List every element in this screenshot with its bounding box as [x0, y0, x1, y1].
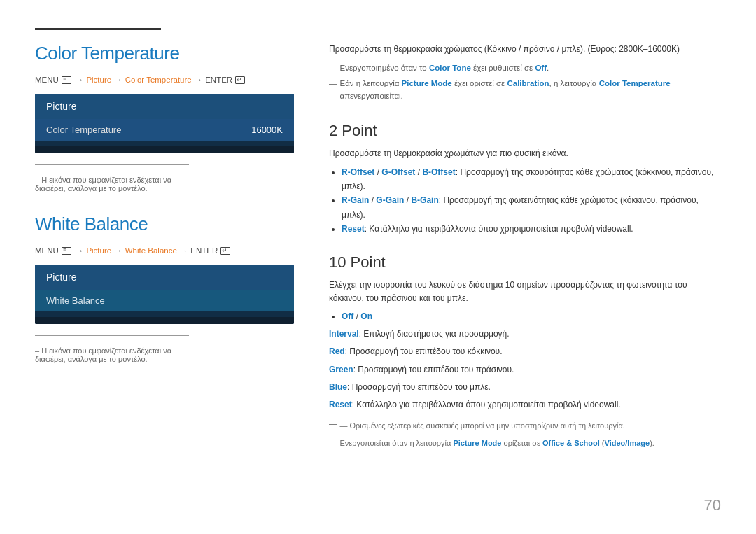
picture-box-header: Picture — [35, 94, 294, 119]
tn1-dash: — — [329, 417, 337, 430]
wb-spacer — [35, 311, 294, 317]
on-link-10pt: On — [360, 311, 372, 321]
interval-link: Interval — [329, 329, 359, 339]
menu-icon — [62, 76, 71, 84]
color-temp-footnote: – Η εικόνα που εμφανίζεται ενδέχεται να … — [35, 171, 175, 192]
arrow3: → — [195, 76, 203, 84]
two-point-bullet1: R-Offset / G-Offset / B-Offset: Προσαρμο… — [342, 165, 721, 194]
wb-row-label: White Balance — [46, 295, 105, 306]
two-point-section: 2 Point Προσαρμόστε τη θερμοκρασία χρωμά… — [329, 122, 721, 236]
off-link: Off — [535, 64, 547, 72]
color-temp-title: Color Temperature — [35, 43, 294, 64]
right-column: Προσαρμόστε τη θερμοκρασία χρώματος (Κόκ… — [315, 43, 721, 513]
left-column: Color Temperature MENU → Picture → Color… — [35, 43, 315, 513]
tn1-text: — Ορισμένες εξωτερικές συσκευές μπορεί ν… — [340, 420, 625, 433]
white-balance-section: White Balance MENU → Picture → White Bal… — [35, 213, 294, 363]
picture-mode-link: Picture Mode — [402, 79, 452, 87]
wb-menu-label: MENU — [35, 246, 59, 255]
rule-light — [167, 29, 721, 29]
top-rule — [35, 28, 721, 30]
wb-arrow3: → — [180, 246, 188, 255]
two-point-bullet2: R-Gain / G-Gain / B-Gain: Προσαρμογή της… — [342, 193, 721, 222]
section-sep-2 — [35, 335, 189, 336]
blue-line: Blue: Προσαρμογή του επιπέδου του μπλε. — [329, 381, 721, 394]
ten-point-list: Off / On — [342, 309, 721, 323]
tn2-text: Ενεργοποιείται όταν η λειτουργία Picture… — [340, 437, 654, 450]
wb-menu-icon — [62, 247, 71, 255]
color-temp-link2: Color Temperature — [599, 79, 671, 87]
wb-enter-label: ENTER — [190, 246, 218, 255]
picture-box-spacer — [35, 141, 294, 146]
white-balance-menu-path: MENU → Picture → White Balance → ENTER — [35, 246, 294, 255]
ten-point-offon: Off / On — [342, 309, 721, 323]
section-sep-1 — [35, 164, 189, 165]
wb-link: White Balance — [125, 246, 177, 255]
color-temp-row-label: Color Temperature — [46, 125, 121, 135]
picture-link: Picture — [86, 76, 111, 84]
b-offset-link: B-Offset — [422, 167, 455, 177]
color-temp-desc: Προσαρμόστε τη θερμοκρασία χρώματος (Κόκ… — [329, 43, 721, 56]
green-line: Green: Προσαρμογή του επιπέδου του πράσι… — [329, 363, 721, 377]
office-school-link: Office & School — [542, 439, 600, 447]
reset-link-2pt: Reset — [342, 224, 365, 234]
note2-dash: — — [329, 77, 337, 90]
color-temp-right-desc: Προσαρμόστε τη θερμοκρασία χρώματος (Κόκ… — [329, 43, 721, 102]
color-temp-picture-box: Picture Color Temperature 16000K — [35, 94, 294, 153]
ten-point-note2: — Ενεργοποιείται όταν η λειτουργία Pictu… — [329, 435, 721, 450]
menu-label: MENU — [35, 76, 59, 84]
ten-point-desc: Ελέγχει την ισορροπία του λευκού σε διάσ… — [329, 279, 721, 305]
note1-dash: — — [329, 62, 337, 74]
green-text: : Προσαρμογή του επιπέδου του πράσινου. — [354, 365, 514, 374]
color-temp-row: Color Temperature 16000K — [35, 119, 294, 141]
reset-link-10pt: Reset — [329, 400, 352, 409]
tn2-dash: — — [329, 435, 337, 447]
white-balance-picture-box: Picture White Balance — [35, 265, 294, 324]
blue-text: : Προσαρμογή του επιπέδου του μπλε. — [347, 382, 491, 392]
reset-text-10pt: : Κατάλληλο για περιβάλλοντα όπου χρησιμ… — [352, 400, 621, 409]
enter-icon — [235, 76, 245, 84]
two-point-bullet3: Reset: Κατάλληλο για περιβάλλοντα όπου χ… — [342, 222, 721, 236]
color-tone-link: Color Tone — [429, 64, 471, 72]
b-gain-link: B-Gain — [411, 195, 438, 205]
green-link: Green — [329, 365, 354, 374]
content-area: Color Temperature MENU → Picture → Color… — [35, 43, 721, 513]
interval-text: : Επιλογή διαστήματος για προσαρμογή. — [359, 329, 510, 339]
color-temp-menu-path: MENU → Picture → Color Temperature → ENT… — [35, 76, 294, 84]
wb-arrow1: → — [76, 246, 84, 255]
r-offset-link: R-Offset — [342, 167, 374, 177]
wb-picture-link: Picture — [86, 246, 111, 255]
color-temp-note2: — Εάν η λειτουργία Picture Mode έχει ορι… — [329, 77, 721, 103]
arrow1: → — [76, 76, 84, 84]
g-gain-link: G-Gain — [376, 195, 404, 205]
page-number: 70 — [704, 496, 721, 514]
wb-enter-icon — [220, 247, 230, 255]
wb-picture-box-header: Picture — [35, 265, 294, 290]
white-balance-footnote: – Η εικόνα που εμφανίζεται ενδέχεται να … — [35, 342, 175, 363]
bullet3-text: : Κατάλληλο για περιβάλλοντα όπου χρησιμ… — [365, 224, 634, 234]
color-temp-row-value: 16000K — [251, 125, 283, 135]
video-image-link: Video/Image — [605, 439, 650, 447]
picture-mode-link-10pt: Picture Mode — [453, 439, 501, 447]
ten-point-note1: — — Ορισμένες εξωτερικές συσκευές μπορεί… — [329, 417, 721, 433]
enter-label: ENTER — [205, 76, 232, 84]
red-link: Red — [329, 346, 345, 356]
note1-text: Ενεργοποιημένο όταν το Color Tone έχει ρ… — [340, 62, 550, 74]
interval-line: Interval: Επιλογή διαστήματος για προσαρ… — [329, 328, 721, 341]
wb-row: White Balance — [35, 290, 294, 311]
ten-point-title: 10 Point — [329, 253, 721, 272]
two-point-list: R-Offset / G-Offset / B-Offset: Προσαρμο… — [342, 165, 721, 237]
reset-10pt-line: Reset: Κατάλληλο για περιβάλλοντα όπου χ… — [329, 398, 721, 412]
color-temp-section: Color Temperature MENU → Picture → Color… — [35, 43, 294, 192]
off-link-10pt: Off — [342, 311, 354, 321]
rule-dark — [35, 28, 161, 30]
wb-arrow2: → — [114, 246, 122, 255]
red-line: Red: Προσαρμογή του επιπέδου του κόκκινο… — [329, 345, 721, 358]
blue-link: Blue — [329, 382, 347, 392]
white-balance-title: White Balance — [35, 213, 294, 235]
red-text: : Προσαρμογή του επιπέδου του κόκκινου. — [345, 346, 503, 356]
picture-box-bottom — [35, 146, 294, 153]
color-temp-note1: — Ενεργοποιημένο όταν το Color Tone έχει… — [329, 62, 721, 74]
calibration-link: Calibration — [507, 79, 549, 87]
note2-text: Εάν η λειτουργία Picture Mode έχει οριστ… — [340, 77, 722, 103]
page-container: Color Temperature MENU → Picture → Color… — [0, 0, 756, 534]
